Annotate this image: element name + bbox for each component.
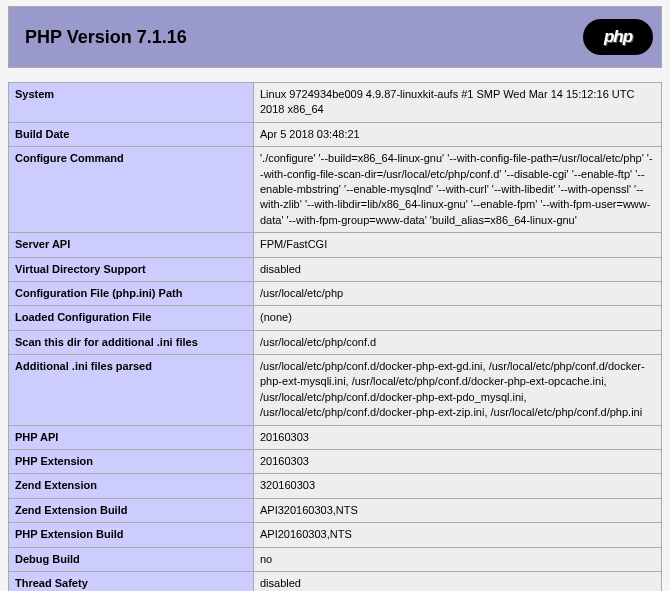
info-value: 20160303 — [254, 450, 662, 474]
info-key: Loaded Configuration File — [9, 306, 254, 330]
info-key: Virtual Directory Support — [9, 257, 254, 281]
info-row: PHP API20160303 — [9, 425, 662, 449]
info-key: PHP API — [9, 425, 254, 449]
info-value: (none) — [254, 306, 662, 330]
info-value: API320160303,NTS — [254, 498, 662, 522]
phpinfo-header: PHP Version 7.1.16 php — [8, 6, 662, 68]
info-row: Configuration File (php.ini) Path/usr/lo… — [9, 281, 662, 305]
info-key: Additional .ini files parsed — [9, 355, 254, 426]
info-value: /usr/local/etc/php — [254, 281, 662, 305]
info-value: './configure' '--build=x86_64-linux-gnu'… — [254, 147, 662, 233]
info-row: Configure Command'./configure' '--build=… — [9, 147, 662, 233]
info-key: Server API — [9, 233, 254, 257]
info-value: disabled — [254, 571, 662, 591]
info-value: FPM/FastCGI — [254, 233, 662, 257]
info-key: PHP Extension — [9, 450, 254, 474]
info-row: Additional .ini files parsed/usr/local/e… — [9, 355, 662, 426]
info-key: Scan this dir for additional .ini files — [9, 330, 254, 354]
info-key: Debug Build — [9, 547, 254, 571]
info-key: PHP Extension Build — [9, 523, 254, 547]
info-row: Zend Extension BuildAPI320160303,NTS — [9, 498, 662, 522]
info-value: no — [254, 547, 662, 571]
info-row: Thread Safetydisabled — [9, 571, 662, 591]
info-row: Virtual Directory Supportdisabled — [9, 257, 662, 281]
info-row: Server APIFPM/FastCGI — [9, 233, 662, 257]
php-logo: php — [583, 19, 653, 55]
info-key: Build Date — [9, 122, 254, 146]
info-value: 320160303 — [254, 474, 662, 498]
info-value: Linux 9724934be009 4.9.87-linuxkit-aufs … — [254, 83, 662, 123]
info-value: /usr/local/etc/php/conf.d — [254, 330, 662, 354]
info-value: /usr/local/etc/php/conf.d/docker-php-ext… — [254, 355, 662, 426]
info-key: Configuration File (php.ini) Path — [9, 281, 254, 305]
info-key: Configure Command — [9, 147, 254, 233]
info-key: System — [9, 83, 254, 123]
phpinfo-table: SystemLinux 9724934be009 4.9.87-linuxkit… — [8, 82, 662, 591]
info-row: Loaded Configuration File(none) — [9, 306, 662, 330]
info-row: PHP Extension BuildAPI20160303,NTS — [9, 523, 662, 547]
info-row: Zend Extension320160303 — [9, 474, 662, 498]
info-row: SystemLinux 9724934be009 4.9.87-linuxkit… — [9, 83, 662, 123]
info-value: disabled — [254, 257, 662, 281]
info-row: PHP Extension20160303 — [9, 450, 662, 474]
php-logo-text: php — [604, 27, 632, 47]
info-key: Thread Safety — [9, 571, 254, 591]
info-key: Zend Extension Build — [9, 498, 254, 522]
info-row: Build DateApr 5 2018 03:48:21 — [9, 122, 662, 146]
page-title: PHP Version 7.1.16 — [25, 27, 187, 48]
info-value: API20160303,NTS — [254, 523, 662, 547]
info-value: 20160303 — [254, 425, 662, 449]
info-value: Apr 5 2018 03:48:21 — [254, 122, 662, 146]
info-row: Scan this dir for additional .ini files/… — [9, 330, 662, 354]
info-key: Zend Extension — [9, 474, 254, 498]
info-row: Debug Buildno — [9, 547, 662, 571]
